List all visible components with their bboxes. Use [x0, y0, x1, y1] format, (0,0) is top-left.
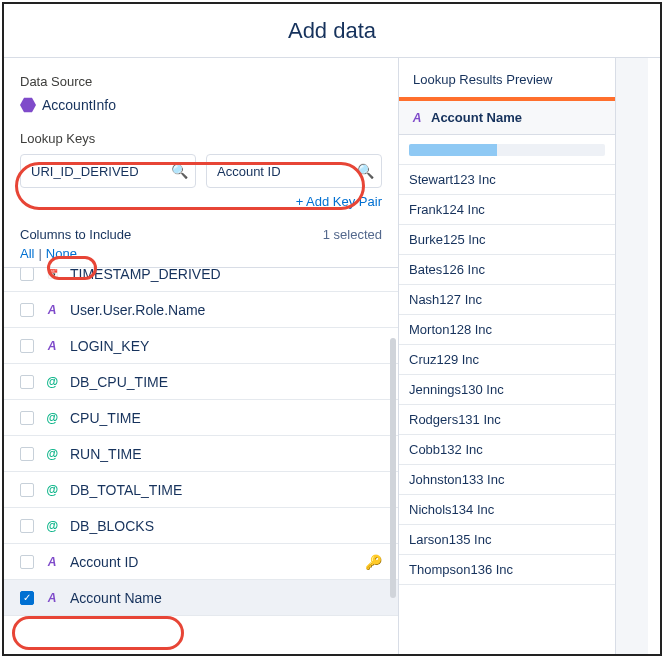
column-item[interactable]: @DB_CPU_TIME [4, 364, 398, 400]
column-checkbox[interactable] [20, 339, 34, 353]
distribution-bar [409, 144, 497, 156]
column-item[interactable]: @DB_TOTAL_TIME [4, 472, 398, 508]
data-source-name: AccountInfo [42, 97, 116, 113]
column-name: User.User.Role.Name [70, 302, 205, 318]
preview-column-header: A Account Name [399, 101, 615, 135]
preview-row: Frank124 Inc [399, 195, 615, 225]
lookup-key-1-input[interactable] [20, 154, 196, 188]
filter-none-link[interactable]: None [46, 246, 77, 261]
column-name: DB_CPU_TIME [70, 374, 168, 390]
columns-list[interactable]: 📅TIMESTAMP_DERIVEDAUser.User.Role.NameAL… [4, 267, 398, 627]
preview-row: Bates126 Inc [399, 255, 615, 285]
add-key-pair-link[interactable]: + Add Key Pair [20, 194, 382, 209]
text-type-icon: A [44, 339, 60, 353]
column-checkbox[interactable] [20, 483, 34, 497]
preview-rows[interactable]: Stewart123 IncFrank124 IncBurke125 IncBa… [399, 165, 615, 654]
scrollbar[interactable] [390, 338, 396, 598]
preview-row: Johnston133 Inc [399, 465, 615, 495]
text-type-icon: A [44, 555, 60, 569]
right-gutter [616, 58, 648, 654]
left-panel: Data Source AccountInfo Lookup Keys 🔍 🔍 … [4, 58, 399, 654]
column-name: CPU_TIME [70, 410, 141, 426]
column-item[interactable]: @CPU_TIME [4, 400, 398, 436]
column-item[interactable]: @DB_BLOCKS [4, 508, 398, 544]
column-item[interactable]: @RUN_TIME [4, 436, 398, 472]
search-icon: 🔍 [171, 163, 188, 179]
search-icon: 🔍 [357, 163, 374, 179]
column-checkbox[interactable] [20, 447, 34, 461]
lookup-keys-label: Lookup Keys [20, 131, 382, 146]
right-panel: Lookup Results Preview A Account Name St… [399, 58, 660, 654]
preview-row: Nash127 Inc [399, 285, 615, 315]
number-type-icon: @ [44, 447, 60, 461]
preview-row: Burke125 Inc [399, 225, 615, 255]
lookup-keys-row: 🔍 🔍 [20, 154, 382, 188]
data-source-row: AccountInfo [20, 97, 382, 113]
column-name: LOGIN_KEY [70, 338, 149, 354]
text-type-icon: A [409, 111, 425, 125]
column-name: TIMESTAMP_DERIVED [70, 267, 221, 282]
column-checkbox[interactable] [20, 555, 34, 569]
preview-row: Jennings130 Inc [399, 375, 615, 405]
column-name: Account ID [70, 554, 138, 570]
column-item[interactable]: AUser.User.Role.Name [4, 292, 398, 328]
preview-row: Rodgers131 Inc [399, 405, 615, 435]
column-item[interactable]: 📅TIMESTAMP_DERIVED [4, 267, 398, 292]
column-checkbox[interactable] [20, 267, 34, 281]
dataset-icon [20, 97, 36, 113]
preview-column-name: Account Name [431, 110, 522, 125]
titlebar: Add data [4, 4, 660, 58]
preview-distribution-row [399, 135, 615, 165]
text-type-icon: A [44, 303, 60, 317]
column-name: RUN_TIME [70, 446, 142, 462]
column-name: DB_TOTAL_TIME [70, 482, 182, 498]
columns-label: Columns to Include [20, 227, 131, 242]
key-icon: 🔑 [365, 554, 382, 570]
column-filters: All|None [20, 246, 382, 261]
number-type-icon: @ [44, 411, 60, 425]
number-type-icon: @ [44, 519, 60, 533]
column-item[interactable]: ALOGIN_KEY [4, 328, 398, 364]
selected-count: 1 selected [323, 227, 382, 242]
preview-row: Cobb132 Inc [399, 435, 615, 465]
column-checkbox[interactable] [20, 375, 34, 389]
column-checkbox[interactable] [20, 591, 34, 605]
preview-row: Morton128 Inc [399, 315, 615, 345]
preview-row: Nichols134 Inc [399, 495, 615, 525]
column-checkbox[interactable] [20, 303, 34, 317]
preview-row: Cruz129 Inc [399, 345, 615, 375]
data-source-label: Data Source [20, 74, 382, 89]
text-type-icon: A [44, 591, 60, 605]
lookup-key-2-input[interactable] [206, 154, 382, 188]
column-checkbox[interactable] [20, 411, 34, 425]
column-checkbox[interactable] [20, 519, 34, 533]
column-name: DB_BLOCKS [70, 518, 154, 534]
preview-label: Lookup Results Preview [399, 58, 615, 97]
number-type-icon: @ [44, 483, 60, 497]
preview-row: Stewart123 Inc [399, 165, 615, 195]
preview-row: Thompson136 Inc [399, 555, 615, 585]
preview-row: Larson135 Inc [399, 525, 615, 555]
number-type-icon: @ [44, 375, 60, 389]
column-item[interactable]: AAccount Name [4, 580, 398, 616]
column-name: Account Name [70, 590, 162, 606]
date-type-icon: 📅 [44, 267, 60, 281]
page-title: Add data [288, 18, 376, 44]
filter-all-link[interactable]: All [20, 246, 34, 261]
column-item[interactable]: AAccount ID🔑 [4, 544, 398, 580]
